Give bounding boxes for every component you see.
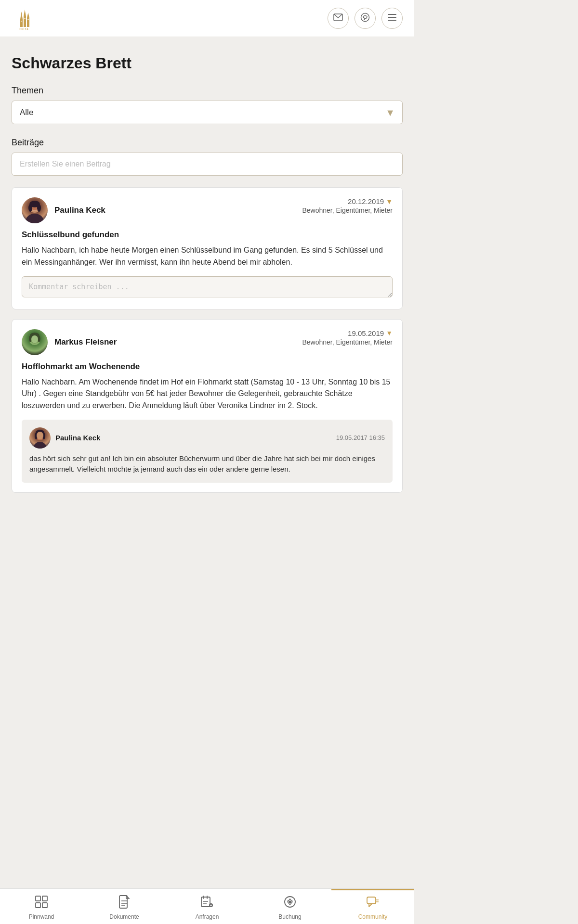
post-author-info: Paulina Keck xyxy=(22,197,105,223)
post-card: Markus Fleisner 19.05.2019 ▼ Bewohner, E… xyxy=(12,319,403,493)
post-body: Hallo Nachbarn. Am Wochenende findet im … xyxy=(22,376,393,412)
header-actions xyxy=(328,8,403,29)
svg-rect-44 xyxy=(201,897,210,907)
pinnwand-icon xyxy=(35,895,48,911)
svg-text:+: + xyxy=(210,904,212,907)
nav-item-anfragen[interactable]: + Anfragen xyxy=(166,889,249,924)
create-post-input[interactable] xyxy=(12,153,403,176)
comment-body: das hört sich sehr gut an! Ich bin ein a… xyxy=(29,453,385,475)
mail-button[interactable] xyxy=(328,8,349,29)
svg-rect-38 xyxy=(36,903,40,908)
mail-icon xyxy=(333,13,343,24)
buchung-icon xyxy=(283,895,297,911)
svg-rect-2 xyxy=(27,18,29,27)
svg-rect-8 xyxy=(27,19,29,20)
post-meta: 20.12.2019 ▼ Bewohner, Eigentümer, Miete… xyxy=(302,197,393,214)
comment-header: Paulina Keck 19.05.2017 16:35 xyxy=(29,427,385,449)
beitraege-section: Beiträge xyxy=(12,138,403,187)
bottom-nav: Pinnwand Dokumente + xyxy=(0,888,414,924)
themen-dropdown-wrapper: AlleAnkündigungenFragenAngebote ▼ xyxy=(12,101,403,124)
chat-icon xyxy=(360,13,370,25)
page-title: Schwarzes Brett xyxy=(12,54,403,72)
svg-marker-4 xyxy=(24,10,26,16)
svg-point-17 xyxy=(26,214,43,223)
post-date: 20.12.2019 ▼ xyxy=(302,197,393,205)
post-roles: Bewohner, Eigentümer, Mieter xyxy=(302,206,393,214)
post-author-name: Paulina Keck xyxy=(54,205,105,215)
beitraege-label: Beiträge xyxy=(12,138,403,148)
svg-rect-7 xyxy=(24,18,26,19)
post-title: Schlüsselbund gefunden xyxy=(22,230,393,240)
svg-point-52 xyxy=(289,901,291,903)
post-card: Paulina Keck 20.12.2019 ▼ Bewohner, Eige… xyxy=(12,187,403,309)
svg-point-21 xyxy=(28,204,32,212)
nav-label-buchung: Buchung xyxy=(278,913,301,920)
comment-author-info: Paulina Keck xyxy=(29,427,100,449)
nav-item-dokumente[interactable]: Dokumente xyxy=(83,889,166,924)
avatar xyxy=(22,197,48,223)
themen-dropdown[interactable]: AlleAnkündigungenFragenAngebote xyxy=(12,101,403,124)
dokumente-icon xyxy=(118,895,130,911)
svg-rect-37 xyxy=(42,896,47,901)
post-title: Hofflohmarkt am Wochenende xyxy=(22,362,393,372)
nav-label-pinnwand: Pinnwand xyxy=(29,913,54,920)
svg-marker-3 xyxy=(20,12,23,19)
nav-item-pinnwand[interactable]: Pinnwand xyxy=(0,889,83,924)
nav-label-anfragen: Anfragen xyxy=(196,913,219,920)
post-date-arrow-icon: ▼ xyxy=(386,329,393,337)
post-header: Markus Fleisner 19.05.2019 ▼ Bewohner, E… xyxy=(22,329,393,355)
anfragen-icon: + xyxy=(200,895,214,911)
logo: FRITZ TOWER xyxy=(12,6,37,31)
post-author-name: Markus Fleisner xyxy=(54,337,117,347)
post-header: Paulina Keck 20.12.2019 ▼ Bewohner, Eige… xyxy=(22,197,393,223)
post-body: Hallo Nachbarn, ich habe heute Morgen ei… xyxy=(22,244,393,269)
svg-point-29 xyxy=(31,335,38,343)
community-icon xyxy=(366,895,380,911)
svg-rect-55 xyxy=(367,897,376,904)
nav-item-community[interactable]: Community xyxy=(331,889,414,924)
nav-label-community: Community xyxy=(358,913,388,920)
header: FRITZ TOWER xyxy=(0,0,414,37)
svg-point-30 xyxy=(33,442,47,449)
hamburger-icon xyxy=(387,13,397,24)
svg-rect-39 xyxy=(42,903,47,908)
post-author-info: Markus Fleisner xyxy=(22,329,117,355)
comment-card: Paulina Keck 19.05.2017 16:35 das hört s… xyxy=(22,420,393,483)
post-meta: 19.05.2019 ▼ Bewohner, Eigentümer, Miete… xyxy=(302,329,393,346)
comment-author-name: Paulina Keck xyxy=(55,434,100,442)
svg-point-22 xyxy=(37,204,41,212)
post-date-arrow-icon: ▼ xyxy=(386,198,393,205)
nav-item-buchung[interactable]: Buchung xyxy=(249,889,331,924)
avatar xyxy=(22,329,48,355)
post-date: 19.05.2019 ▼ xyxy=(302,329,393,337)
comment-date: 19.05.2017 16:35 xyxy=(336,434,385,441)
svg-text:TOWER: TOWER xyxy=(19,30,29,31)
chat-button[interactable] xyxy=(355,8,376,29)
comment-input[interactable] xyxy=(22,276,393,297)
post-roles: Bewohner, Eigentümer, Mieter xyxy=(302,338,393,346)
main-content: Schwarzes Brett Themen AlleAnkündigungen… xyxy=(0,37,414,560)
svg-point-35 xyxy=(37,432,43,439)
comment-avatar xyxy=(29,427,51,449)
menu-button[interactable] xyxy=(381,8,403,29)
svg-rect-36 xyxy=(36,896,40,901)
themen-section: Themen AlleAnkündigungenFragenAngebote ▼ xyxy=(12,86,403,124)
svg-marker-5 xyxy=(27,13,29,18)
svg-rect-6 xyxy=(21,21,22,22)
themen-label: Themen xyxy=(12,86,403,96)
svg-point-12 xyxy=(361,13,369,21)
svg-rect-0 xyxy=(20,19,23,27)
nav-label-dokumente: Dokumente xyxy=(109,913,139,920)
